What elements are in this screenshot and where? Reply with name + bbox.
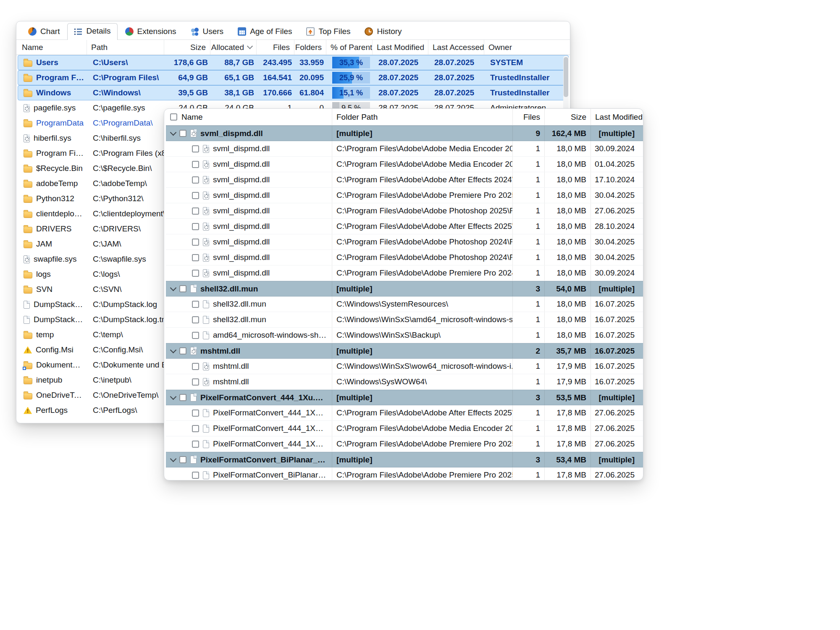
column-header-percent-of-parent[interactable]: % of Parent (... <box>326 40 373 55</box>
checkbox[interactable] <box>192 472 199 479</box>
checkbox[interactable] <box>192 223 199 230</box>
column-header-files[interactable]: Files <box>513 109 545 125</box>
duplicate-file-row[interactable]: svml_dispmd.dllC:\Program Files\Adobe\Ad… <box>166 172 643 188</box>
duplicate-file-row[interactable]: mshtml.dllC:\Windows\WinSxS\wow64_micros… <box>166 359 643 374</box>
percent-bar-track: 35,3 % <box>332 57 370 68</box>
file-name-cell: svml_dispmd.dll <box>166 141 332 156</box>
expander-icon[interactable] <box>170 394 177 400</box>
duplicate-file-row[interactable]: amd64_microsoft-windows-shell32_3...C:\W… <box>166 328 643 343</box>
tab-age-of-files[interactable]: Age of Files <box>231 24 299 39</box>
table-row[interactable]: WindowsC:\Windows\39,5 GB38,1 GB170.6666… <box>18 85 569 100</box>
checkbox[interactable] <box>192 410 199 417</box>
duplicate-file-row[interactable]: svml_dispmd.dllC:\Program Files\Adobe\Ad… <box>166 219 643 234</box>
column-header-size[interactable]: Size <box>164 40 210 55</box>
group-name: shell32.dll.mun <box>200 284 258 294</box>
expander-icon[interactable] <box>170 456 177 462</box>
files-cell: 1 <box>513 188 545 203</box>
checkbox[interactable] <box>192 176 199 184</box>
last-modified-cell: 30.04.2025 <box>591 234 643 249</box>
tab-extensions[interactable]: Extensions <box>118 24 183 39</box>
file-icon <box>203 300 209 308</box>
column-header-last-accessed[interactable]: Last Accessed <box>428 40 484 55</box>
column-header-last-modified[interactable]: Last Modified <box>591 109 643 125</box>
column-header-label: Folders <box>295 43 322 52</box>
path-cell: C:\clientdeployment\ <box>89 207 166 221</box>
checkbox[interactable] <box>192 192 199 199</box>
checkbox[interactable] <box>179 347 186 354</box>
file-name-cell: svml_dispmd.dll <box>166 219 332 234</box>
duplicate-group-row[interactable]: PixelFormatConvert_444_1Xu.cubin[multipl… <box>166 390 643 405</box>
column-header-allocated[interactable]: Allocated <box>210 40 257 55</box>
duplicate-file-row[interactable]: shell32.dll.munC:\Windows\SystemResource… <box>166 297 643 312</box>
duplicate-file-row[interactable]: svml_dispmd.dllC:\Program Files\Adobe\Ad… <box>166 265 643 281</box>
checkbox[interactable] <box>179 130 186 137</box>
checkbox[interactable] <box>192 301 199 308</box>
expander-icon[interactable] <box>170 129 177 136</box>
column-header-folder-path[interactable]: Folder Path <box>332 109 513 125</box>
table-row[interactable]: UsersC:\Users\178,6 GB88,7 GB243.49533.9… <box>18 55 569 70</box>
path-cell: C:\DumpStack.log.tmp <box>89 312 166 327</box>
duplicate-file-row[interactable]: PixelFormatConvert_444_1Xu.cubinC:\Progr… <box>166 405 643 421</box>
column-header-folders[interactable]: Folders <box>294 40 326 55</box>
row-name: hiberfil.sys <box>34 134 71 143</box>
checkbox[interactable] <box>192 332 199 339</box>
checkbox[interactable] <box>192 207 199 215</box>
checkbox[interactable] <box>179 285 186 292</box>
column-header-files[interactable]: Files <box>257 40 294 55</box>
chevron-down-icon <box>247 43 253 49</box>
duplicate-file-row[interactable]: PixelFormatConvert_444_1Xu.cubinC:\Progr… <box>166 421 643 436</box>
table-row[interactable]: Program FilesC:\Program Files\64,9 GB65,… <box>18 70 569 85</box>
duplicate-file-row[interactable]: svml_dispmd.dllC:\Program Files\Adobe\Ad… <box>166 141 643 157</box>
checkbox[interactable] <box>192 425 199 432</box>
duplicate-group-row[interactable]: svml_dispmd.dll[multiple]9162,4 MB[multi… <box>166 126 643 141</box>
column-header-name[interactable]: Name <box>166 109 332 125</box>
duplicate-file-row[interactable]: svml_dispmd.dllC:\Program Files\Adobe\Ad… <box>166 203 643 219</box>
checkbox[interactable] <box>192 254 199 261</box>
checkbox[interactable] <box>192 270 199 277</box>
duplicate-file-row[interactable]: PixelFormatConvert_BiPlanar_Frame.c...C:… <box>166 467 643 480</box>
duplicate-group-row[interactable]: mshtml.dll[multiple]235,7 MB16.07.2025 <box>166 343 643 359</box>
column-header-name[interactable]: Name <box>16 40 87 55</box>
column-header-last-modified[interactable]: Last Modified <box>373 40 428 55</box>
folder-icon <box>24 212 32 218</box>
column-header-owner[interactable]: Owner <box>484 40 570 55</box>
duplicate-group-row[interactable]: PixelFormatConvert_BiPlanar_Frame.c...[m… <box>166 452 643 467</box>
tab-label: Extensions <box>137 27 176 36</box>
checkbox[interactable] <box>192 145 199 152</box>
checkbox[interactable] <box>192 316 199 323</box>
tab-chart[interactable]: Chart <box>21 24 66 39</box>
duplicate-file-row[interactable]: shell32.dll.munC:\Windows\WinSxS\amd64_m… <box>166 312 643 328</box>
size-cell: 17,8 MB <box>545 405 591 420</box>
duplicate-group-row[interactable]: shell32.dll.mun[multiple]354,0 MB[multip… <box>166 281 643 297</box>
checkbox[interactable] <box>192 378 199 386</box>
checkbox[interactable] <box>179 394 186 401</box>
last-modified-cell: 16.07.2025 <box>591 359 643 374</box>
checkbox[interactable] <box>192 363 199 370</box>
duplicate-file-row[interactable]: svml_dispmd.dllC:\Program Files\Adobe\Ad… <box>166 188 643 203</box>
scrollbar-thumb[interactable] <box>564 57 568 97</box>
expander-icon[interactable] <box>170 285 177 291</box>
checkbox[interactable] <box>179 456 186 463</box>
duplicate-file-row[interactable]: svml_dispmd.dllC:\Program Files\Adobe\Ad… <box>166 250 643 265</box>
checkbox[interactable] <box>192 239 199 246</box>
tab-history[interactable]: History <box>358 24 408 39</box>
column-header-size[interactable]: Size <box>545 109 591 125</box>
checkbox[interactable] <box>192 441 199 448</box>
files-cell: 164.541 <box>258 71 296 85</box>
file-icon <box>190 456 197 464</box>
tab-details[interactable]: Details <box>67 23 117 40</box>
files-cell: 3 <box>513 281 545 296</box>
tab-users[interactable]: Users <box>184 24 231 39</box>
column-header-path[interactable]: Path <box>87 40 164 55</box>
duplicate-file-row[interactable]: svml_dispmd.dllC:\Program Files\Adobe\Ad… <box>166 234 643 250</box>
expander-icon[interactable] <box>170 347 177 354</box>
duplicate-file-row[interactable]: mshtml.dllC:\Windows\SysWOW64\117,9 MB16… <box>166 374 643 390</box>
select-all-checkbox[interactable] <box>170 113 177 121</box>
duplicate-file-row[interactable]: PixelFormatConvert_444_1Xu.cubinC:\Progr… <box>166 436 643 452</box>
tab-top-files[interactable]: Top Files <box>299 24 357 39</box>
duplicates-window: Name Folder Path Files Size Last Modifie… <box>164 108 643 480</box>
duplicate-file-row[interactable]: svml_dispmd.dllC:\Program Files\Adobe\Ad… <box>166 157 643 172</box>
folder-icon <box>24 151 32 158</box>
checkbox[interactable] <box>192 161 199 168</box>
file-name: svml_dispmd.dll <box>213 175 270 184</box>
